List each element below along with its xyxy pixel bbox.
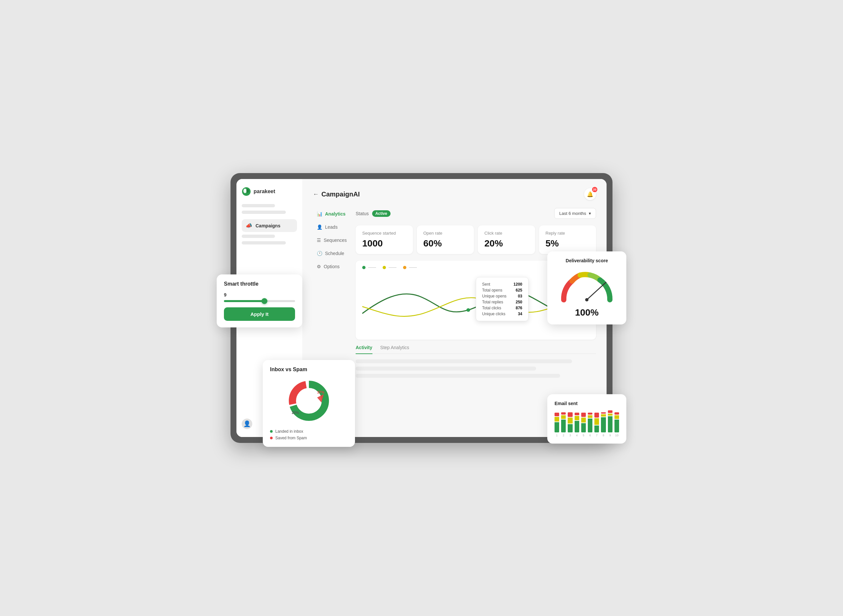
bar-green (601, 417, 606, 433)
tooltip-row-total-replies: Total replies 250 (482, 300, 522, 304)
bar-red (594, 413, 599, 418)
avatar[interactable]: 👤 (242, 419, 252, 429)
tooltip-unique-opens-label: Unique opens (482, 294, 506, 298)
deliverability-card: Deliverability score (547, 251, 626, 324)
bar-yellow (581, 418, 586, 422)
bar-label: 6 (590, 434, 591, 437)
tooltip-row-unique-clicks: Unique clicks 34 (482, 312, 522, 316)
sidebar-nav: 📣 Campaigns (242, 219, 297, 232)
bar-red (568, 412, 572, 417)
nav-item-options[interactable]: ⚙ Options (313, 261, 356, 273)
bar-col: 7 (594, 413, 599, 437)
bar-label: 8 (603, 434, 604, 437)
svg-point-4 (466, 308, 470, 312)
status-row: Status Active Last 6 months ▾ (356, 208, 596, 219)
metric-value-open: 60% (424, 238, 468, 249)
bar-yellow (615, 415, 619, 419)
sidebar-skeleton-4 (242, 241, 286, 245)
gauge-container (555, 268, 619, 305)
bar-green (615, 419, 619, 433)
bar-green (555, 422, 559, 433)
svg-text:37%: 37% (317, 390, 324, 394)
inner-frame: parakeet 📣 Campaigns 👤 (237, 179, 606, 437)
bar-col: 5 (581, 413, 586, 437)
schedule-icon: 🕐 (317, 251, 322, 256)
sidebar-item-campaigns[interactable]: 📣 Campaigns (242, 219, 297, 232)
slider-thumb[interactable] (262, 298, 268, 304)
avatar-icon-glyph: 👤 (243, 420, 251, 427)
bar-red (588, 413, 592, 415)
metric-label-click: Click rate (484, 231, 528, 236)
deliverability-percent: 100% (555, 307, 619, 318)
sidebar-skeleton-1 (242, 204, 275, 207)
metric-label-open: Open rate (424, 231, 468, 236)
date-filter[interactable]: Last 6 months ▾ (554, 208, 596, 219)
back-nav[interactable]: ← CampaignAI (313, 191, 360, 198)
legend-dot-orange (403, 266, 406, 269)
activity-skeleton-1 (356, 359, 572, 363)
sidebar-skeleton-3 (242, 235, 275, 238)
tooltip-unique-clicks-value: 34 (518, 312, 522, 316)
bar-yellow (568, 418, 572, 424)
bar-green (581, 423, 586, 433)
slider-track[interactable] (224, 300, 295, 302)
sidebar-item-label: Campaigns (256, 223, 280, 228)
tooltip-total-clicks-label: Total clicks (482, 306, 501, 310)
bar-green (561, 419, 566, 433)
nav-item-analytics[interactable]: 📊 Analytics (313, 208, 356, 220)
deliverability-title: Deliverability score (555, 258, 619, 263)
tab-activity[interactable]: Activity (356, 345, 372, 354)
nav-item-schedule[interactable]: 🕐 Schedule (313, 248, 356, 259)
tooltip-unique-clicks-label: Unique clicks (482, 312, 506, 316)
tooltip-row-sent: Sent 1200 (482, 282, 522, 287)
sidebar-bottom: 👤 (242, 419, 252, 429)
bar-col: 2 (561, 412, 566, 437)
notification-button[interactable]: 🔔 20 (584, 188, 596, 200)
nav-item-leads[interactable]: 👤 Leads (313, 221, 356, 233)
nav-sequences-label: Sequences (324, 238, 347, 243)
bar-label: 1 (556, 434, 558, 437)
legend-dot-green (362, 266, 365, 269)
bar-green (608, 416, 612, 433)
status-badge: Active (372, 210, 391, 217)
tooltip-row-total-clicks: Total clicks 876 (482, 306, 522, 310)
email-sent-card: Email sent 1 2 3 4 5 6 7 (547, 394, 626, 444)
outer-frame: parakeet 📣 Campaigns 👤 (231, 173, 612, 443)
tooltip-total-opens-value: 625 (516, 288, 522, 293)
bar-col: 4 (575, 413, 579, 437)
tooltip-total-replies-label: Total replies (482, 300, 503, 304)
options-icon: ⚙ (317, 264, 321, 269)
svg-point-12 (585, 298, 588, 301)
activity-skeleton-2 (356, 367, 536, 371)
bar-col: 8 (601, 412, 606, 437)
legend-dot-yellow (383, 266, 386, 269)
throttle-value: 9 (224, 292, 227, 298)
status-left: Status Active (356, 210, 391, 217)
svg-point-2 (246, 189, 249, 193)
chevron-down-icon: ▾ (589, 211, 591, 216)
tooltip-total-replies-value: 250 (516, 300, 522, 304)
metric-card-sequence-started: Sequence started 1000 (356, 225, 413, 254)
metric-cards: Sequence started 1000 Open rate 60% Clic… (356, 225, 596, 254)
tab-step-analytics[interactable]: Step Analytics (380, 345, 409, 354)
inbox-spam-legend: Landed in inbox Saved from Spam (270, 429, 348, 440)
bar-col: 10 (615, 412, 619, 437)
metric-value-seq: 1000 (362, 238, 406, 249)
smart-throttle-number: 9 (224, 292, 295, 298)
metric-value-click: 20% (484, 238, 528, 249)
legend-spam: Saved from Spam (270, 436, 348, 440)
bar-red (555, 413, 559, 416)
logo-area: parakeet (242, 187, 297, 196)
bar-yellow (608, 414, 612, 416)
tooltip-total-opens-label: Total opens (482, 288, 502, 293)
bar-red (601, 412, 606, 414)
gauge-chart (557, 268, 616, 305)
legend-line-2 (388, 267, 396, 268)
logo-text: parakeet (253, 189, 275, 195)
nav-item-sequences[interactable]: ☰ Sequences (313, 234, 356, 246)
bar-red (575, 413, 579, 415)
bar-label: 9 (609, 434, 611, 437)
apply-it-button[interactable]: Apply It (224, 307, 295, 321)
legend-line-3 (409, 267, 417, 268)
bar-label: 10 (615, 434, 618, 437)
